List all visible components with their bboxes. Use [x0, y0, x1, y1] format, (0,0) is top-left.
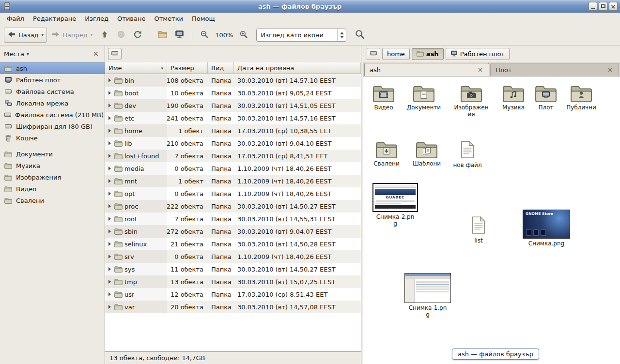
- table-row[interactable]: proc222 обектаПапка30.03.2010 (вт) 14,50…: [105, 200, 361, 212]
- icon-item[interactable]: Снимка-1.png: [402, 273, 454, 318]
- breadcrumb-item[interactable]: home: [382, 48, 410, 60]
- table-row[interactable]: dev190 обектаПапка30.03.2010 (вт) 14,51,…: [105, 99, 361, 112]
- icon-item[interactable]: Изображения: [451, 84, 492, 118]
- table-row[interactable]: media0 обектаПапка1.10.2009 (чт) 18,40,2…: [105, 162, 361, 175]
- table-row[interactable]: srv0 обектаПапка1.10.2009 (чт) 18,40,26 …: [105, 250, 361, 263]
- home-button[interactable]: [155, 28, 170, 42]
- menu-edit[interactable]: Редактиране: [29, 14, 80, 24]
- zoom-out-button[interactable]: [197, 28, 212, 43]
- breadcrumb-item[interactable]: Работен плот: [446, 48, 510, 60]
- table-row[interactable]: boot10 обектаПапка30.03.2010 (вт) 9,05,2…: [105, 87, 361, 99]
- icon-item[interactable]: GUADECСнимка-2.png: [369, 183, 421, 227]
- icon-item[interactable]: Документи: [403, 84, 444, 111]
- sidebar-item[interactable]: Локална мрежа: [0, 97, 105, 109]
- forward-button[interactable]: Напред ▾: [48, 28, 96, 43]
- table-row[interactable]: lib210 обектаПапка30.03.2010 (вт) 9,04,1…: [105, 137, 361, 150]
- column-header-date[interactable]: Дата на промяна: [234, 62, 361, 74]
- sidebar-item[interactable]: Файлова система: [0, 86, 105, 97]
- menu-help[interactable]: Помощ: [187, 14, 219, 24]
- expander-icon[interactable]: [108, 229, 111, 233]
- sidebar-item[interactable]: Музика: [0, 160, 105, 171]
- tab-inactive[interactable]: Плот×: [490, 63, 619, 76]
- expander-icon[interactable]: [108, 292, 111, 296]
- table-row[interactable]: root? обектаПапка30.03.2010 (вт) 14,55,3…: [105, 212, 361, 225]
- expander-icon[interactable]: [108, 242, 111, 246]
- expander-icon[interactable]: [108, 129, 111, 133]
- table-row[interactable]: home1 обектПапка17.03.2010 (ср) 10,38,55…: [105, 124, 361, 137]
- table-row[interactable]: etc241 обектаПапка30.03.2010 (вт) 14,57,…: [105, 112, 361, 124]
- sidebar-item[interactable]: Файлова система (210 MB): [0, 109, 105, 121]
- table-row[interactable]: lost+found? обектаПапка17.03.2010 (ср) 8…: [105, 150, 361, 162]
- expander-icon[interactable]: [108, 305, 111, 309]
- icon-item[interactable]: Плот: [526, 84, 566, 111]
- column-header-size[interactable]: Размер: [167, 62, 208, 74]
- reload-button[interactable]: [130, 28, 145, 43]
- expander-icon[interactable]: [108, 78, 111, 82]
- table-row[interactable]: sys11 обектаПапка30.03.2010 (вт) 14,50,2…: [105, 263, 361, 275]
- sidebar-item[interactable]: Шифриран дял (80 GB): [0, 121, 105, 132]
- expander-icon[interactable]: [108, 255, 111, 258]
- places-dropdown-icon[interactable]: ▾: [27, 51, 29, 57]
- icon-item[interactable]: Видео: [363, 84, 404, 111]
- sidebar-item[interactable]: Свалени: [0, 195, 105, 206]
- places-close-button[interactable]: ×: [91, 50, 101, 58]
- breadcrumb-item[interactable]: ash: [412, 48, 444, 60]
- menu-file[interactable]: Файл: [2, 14, 29, 24]
- view-mode-combo[interactable]: Изглед като икони: [256, 29, 346, 42]
- sidebar-item[interactable]: Работен плот: [0, 74, 105, 86]
- zoom-in-button[interactable]: [236, 28, 251, 43]
- expander-icon[interactable]: [108, 267, 111, 271]
- close-button[interactable]: ×: [609, 2, 618, 11]
- places-title[interactable]: Места: [4, 50, 24, 58]
- sidebar-item[interactable]: Видео: [0, 183, 105, 195]
- stop-button[interactable]: [113, 28, 129, 43]
- table-row[interactable]: bin108 обектаПапка30.03.2010 (вт) 14,57,…: [105, 74, 361, 87]
- expander-icon[interactable]: [108, 104, 111, 107]
- back-dropdown-icon[interactable]: ▾: [42, 32, 44, 37]
- table-row[interactable]: sbin272 обектаПапка30.03.2010 (вт) 9,04,…: [105, 225, 361, 238]
- table-row[interactable]: selinux21 обектаПапка30.03.2010 (вт) 14,…: [105, 238, 361, 250]
- table-row[interactable]: mnt1 обектПапка1.10.2009 (чт) 18,40,26 E…: [105, 175, 361, 187]
- titlebar[interactable]: ash — файлов браузър ×: [0, 0, 620, 13]
- expander-icon[interactable]: [108, 167, 111, 170]
- expander-icon[interactable]: [108, 217, 111, 221]
- maximize-button[interactable]: [599, 2, 607, 11]
- table-row[interactable]: usr12 обектаПапка17.03.2010 (ср) 8,51,43…: [105, 288, 361, 301]
- icon-item[interactable]: Свалени: [366, 140, 407, 167]
- up-button[interactable]: [97, 28, 112, 43]
- sidebar-item[interactable]: Документи: [0, 148, 105, 160]
- expander-icon[interactable]: [108, 280, 111, 284]
- table-row[interactable]: var20 обектаПапка30.03.2010 (вт) 14,57,0…: [105, 301, 361, 313]
- menu-view[interactable]: Изглед: [80, 14, 113, 24]
- expander-icon[interactable]: [108, 204, 111, 208]
- expander-icon[interactable]: [108, 154, 111, 158]
- breadcrumb-root-button[interactable]: [367, 48, 380, 60]
- column-header-name[interactable]: Име▾: [105, 62, 167, 74]
- icon-item[interactable]: нов файл: [447, 140, 488, 168]
- root-crumb-button[interactable]: [108, 48, 122, 60]
- search-button[interactable]: [351, 27, 369, 44]
- menu-go[interactable]: Отиване: [113, 14, 150, 24]
- sidebar-item[interactable]: Изображения: [0, 171, 105, 183]
- expander-icon[interactable]: [108, 179, 111, 183]
- menu-bookmarks[interactable]: Отметки: [150, 14, 187, 24]
- sidebar-item[interactable]: ash: [0, 62, 105, 74]
- column-header-type[interactable]: Вид: [208, 62, 234, 74]
- back-button[interactable]: Назад ▾: [4, 28, 47, 43]
- expander-icon[interactable]: [108, 141, 111, 145]
- tab-close-button[interactable]: ×: [606, 66, 614, 74]
- icon-item[interactable]: Публични: [561, 84, 602, 111]
- icon-item[interactable]: Шаблони: [406, 140, 447, 167]
- table-row[interactable]: opt0 обектаПапка1.10.2009 (чт) 18,40,26 …: [105, 187, 361, 200]
- icon-item[interactable]: list: [458, 216, 499, 244]
- expander-icon[interactable]: [108, 192, 111, 196]
- expander-icon[interactable]: [108, 116, 111, 120]
- tab-active[interactable]: ash×: [364, 63, 489, 76]
- expander-icon[interactable]: [108, 91, 111, 95]
- sidebar-item[interactable]: Кошче: [0, 132, 105, 144]
- icon-item[interactable]: GNOME StoreСнимка.png: [520, 210, 573, 247]
- minimize-button[interactable]: [589, 2, 597, 11]
- table-row[interactable]: tmp13 обектаПапка30.03.2010 (вт) 15,07,2…: [105, 275, 361, 288]
- tab-close-button[interactable]: ×: [477, 66, 484, 74]
- computer-button[interactable]: [171, 27, 187, 43]
